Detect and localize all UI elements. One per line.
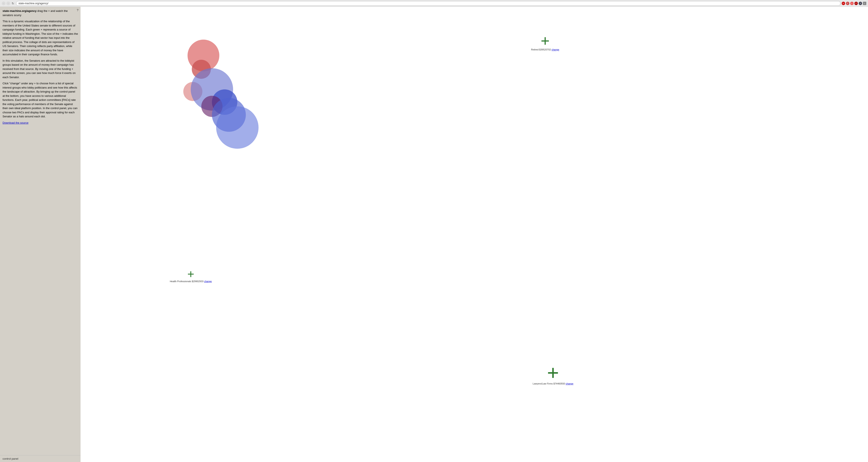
forward-button[interactable]: → (6, 1, 10, 5)
change-link-health-professionals[interactable]: change (204, 280, 212, 283)
funding-source-lawyers-law-firms[interactable]: +Lawyers/Law Firms $74460550 change (533, 364, 574, 385)
address-bar[interactable]: state-machine.org/agency/ (16, 1, 840, 6)
paragraph-2: In this simulation, the Senators are att… (3, 59, 78, 79)
info-panel: ? state-machine.org/agency drag the + an… (0, 7, 81, 455)
plus-icon-lawyers-law-firms[interactable]: + (547, 364, 559, 382)
viz-area[interactable]: +Retired $39520702 change+Health Profess… (81, 7, 868, 455)
plus-label-retired: Retired $39520702 change (531, 48, 559, 51)
browser-icons: M P A P X L (842, 2, 866, 5)
help-icon[interactable]: ? (77, 8, 79, 12)
control-panel[interactable]: control panel (0, 455, 81, 462)
browser-ext-icon-3[interactable]: A (850, 2, 854, 5)
plus-label-health-professionals: Health Professionals $29902933 change (170, 280, 212, 283)
intro-paragraph: state-machine.org/agency drag the + and … (3, 9, 78, 17)
plus-label-lawyers-law-firms: Lawyers/Law Firms $74460550 change (533, 382, 574, 385)
svg-point-7 (216, 106, 258, 149)
site-name-bold: state-machine.org/agency (3, 9, 36, 12)
plus-icon-retired[interactable]: + (540, 35, 550, 47)
plus-icon-health-professionals[interactable]: + (187, 269, 194, 279)
paragraph-3: Click "change" under any + to choose fro… (3, 81, 78, 119)
viz-svg (81, 7, 868, 455)
browser-ext-icon-6[interactable]: L (863, 2, 866, 5)
funding-source-retired[interactable]: +Retired $39520702 change (531, 35, 559, 51)
content-area: ? state-machine.org/agency drag the + an… (0, 7, 868, 462)
change-link-lawyers-law-firms[interactable]: change (566, 382, 574, 385)
change-link-retired[interactable]: change (552, 48, 559, 51)
browser-chrome: ← → ↻ state-machine.org/agency/ M P A P … (0, 0, 868, 7)
paragraph-1: This is a dynamic visualization of the r… (3, 19, 78, 57)
back-button[interactable]: ← (2, 1, 5, 5)
funding-source-health-professionals[interactable]: +Health Professionals $29902933 change (170, 269, 212, 283)
reload-button[interactable]: ↻ (11, 1, 15, 5)
download-link[interactable]: Download the source (3, 121, 28, 124)
url-text: state-machine.org/agency/ (19, 2, 48, 5)
browser-ext-icon-1[interactable]: M (842, 2, 845, 5)
browser-ext-icon-4[interactable]: P (855, 2, 858, 5)
control-panel-label: control panel (3, 457, 18, 460)
browser-ext-icon-2[interactable]: P (846, 2, 849, 5)
browser-ext-icon-5[interactable]: X (859, 2, 862, 5)
nav-buttons: ← → ↻ (2, 1, 15, 5)
